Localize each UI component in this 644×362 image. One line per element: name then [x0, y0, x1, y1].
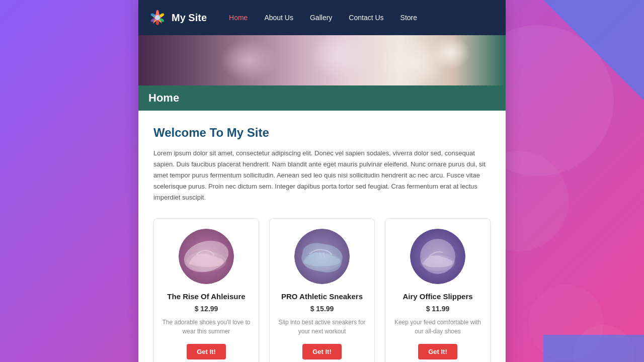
get-it-button-2[interactable]: Get It! — [302, 344, 342, 359]
product-image-2 — [294, 229, 350, 284]
svg-line-14 — [319, 252, 320, 257]
product-price-1: $ 12.99 — [162, 305, 251, 313]
brand-name: My Site — [172, 12, 207, 24]
product-price-2: $ 15.99 — [278, 305, 366, 313]
hero-banner — [138, 35, 506, 85]
page-title-bar: Home — [138, 85, 506, 111]
nav-link-store[interactable]: Store — [393, 10, 424, 26]
product-image-wrapper-2 — [294, 229, 350, 284]
brand-link[interactable]: My Site — [148, 9, 207, 27]
nav-item-store: Store — [393, 10, 424, 26]
product-image-1 — [179, 229, 234, 284]
svg-point-11 — [155, 15, 160, 20]
nav-link-home[interactable]: Home — [222, 10, 255, 26]
nav-item-about: About Us — [257, 10, 300, 26]
brand-logo-icon — [148, 9, 167, 27]
product-card-3: Airy Office Slippers $ 11.99 Keep your f… — [385, 218, 491, 362]
svg-point-8 — [156, 20, 159, 25]
product-image-3 — [410, 229, 465, 284]
main-container: My Site Home About Us Gallery Contact Us… — [138, 0, 506, 362]
nav-link-about[interactable]: About Us — [257, 10, 300, 26]
content-area: Welcome To My Site Lorem ipsum dolor sit… — [138, 111, 506, 362]
product-card-2: PRO Athletic Sneakers $ 15.99 Slip into … — [269, 218, 375, 362]
shoe-svg-1 — [179, 229, 234, 284]
shoe-svg-2 — [294, 229, 350, 284]
nav-list: Home About Us Gallery Contact Us Store — [222, 10, 424, 26]
product-name-3: Airy Office Slippers — [393, 292, 482, 301]
product-name-1: The Rise Of Ahleisure — [162, 292, 251, 301]
svg-point-12 — [186, 251, 226, 272]
svg-point-13 — [303, 252, 341, 270]
svg-point-5 — [156, 10, 159, 15]
get-it-button-3[interactable]: Get It! — [418, 344, 457, 359]
svg-line-15 — [324, 252, 325, 257]
product-image-wrapper-1 — [179, 229, 234, 284]
nav-item-gallery: Gallery — [303, 10, 339, 26]
svg-point-16 — [420, 255, 455, 271]
shoe-svg-3 — [410, 229, 465, 284]
product-desc-2: Slip into best active sneakers for your … — [278, 318, 366, 336]
product-card-1: The Rise Of Ahleisure $ 12.99 The adorab… — [153, 218, 259, 362]
get-it-button-1[interactable]: Get It! — [187, 344, 226, 359]
nav-link-gallery[interactable]: Gallery — [303, 10, 339, 26]
product-image-wrapper-3 — [410, 229, 465, 284]
products-grid: The Rise Of Ahleisure $ 12.99 The adorab… — [153, 218, 491, 362]
nav-link-contact[interactable]: Contact Us — [342, 10, 390, 26]
product-name-2: PRO Athletic Sneakers — [278, 292, 366, 301]
nav-item-contact: Contact Us — [342, 10, 390, 26]
navbar: My Site Home About Us Gallery Contact Us… — [138, 0, 506, 35]
page-title: Home — [148, 92, 496, 105]
product-price-3: $ 11.99 — [393, 305, 482, 313]
product-desc-1: The adorable shoes you'll love to wear t… — [162, 318, 251, 336]
hero-image — [138, 35, 506, 85]
product-desc-3: Keep your feed comfortable with our all-… — [393, 318, 482, 336]
intro-text: Lorem ipsum dolor sit amet, consectetur … — [153, 148, 491, 203]
nav-item-home: Home — [222, 10, 255, 26]
welcome-title: Welcome To My Site — [153, 126, 491, 140]
